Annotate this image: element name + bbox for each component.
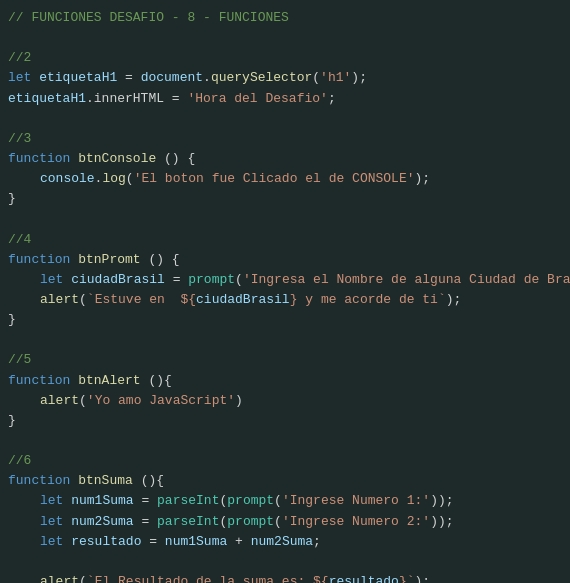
- line-comment5: //5: [0, 350, 570, 370]
- line-fn6-let3: let resultado = num1Suma + num2Suma;: [0, 532, 570, 552]
- line-fn4-alert: alert(`Estuve en ${ciudadBrasil} y me ac…: [0, 290, 570, 310]
- line-etiqueta-set: etiquetaH1.innerHTML = 'Hora del Desafio…: [0, 89, 570, 109]
- blank-line: [0, 28, 570, 48]
- line-fn4-let1: let ciudadBrasil = prompt('Ingresa el No…: [0, 270, 570, 290]
- line-fn6-let1: let num1Suma = parseInt(prompt('Ingrese …: [0, 491, 570, 511]
- line-fn6-decl: function btnSuma (){: [0, 471, 570, 491]
- blank-line: [0, 330, 570, 350]
- line-fn6-let2: let num2Suma = parseInt(prompt('Ingrese …: [0, 512, 570, 532]
- line-comment3: //3: [0, 129, 570, 149]
- code-editor: // FUNCIONES DESAFIO - 8 - FUNCIONES //2…: [0, 0, 570, 583]
- line-fn3-body: console.log('El boton fue Clicado el de …: [0, 169, 570, 189]
- line-comment2: //2: [0, 48, 570, 68]
- line-fn5-body: alert('Yo amo JavaScript'): [0, 391, 570, 411]
- line-fn5-close: }: [0, 411, 570, 431]
- line-fn4-close: }: [0, 310, 570, 330]
- line-comment6: //6: [0, 451, 570, 471]
- line-fn6-alert: alert(`El Resultado de la suma es: ${res…: [0, 572, 570, 583]
- blank-line: [0, 109, 570, 129]
- line-comment4: //4: [0, 230, 570, 250]
- blank-line: [0, 431, 570, 451]
- blank-line: [0, 552, 570, 572]
- line-fn3-decl: function btnConsole () {: [0, 149, 570, 169]
- blank-line: [0, 209, 570, 229]
- line-fn5-decl: function btnAlert (){: [0, 371, 570, 391]
- line-fn3-close: }: [0, 189, 570, 209]
- line-header: // FUNCIONES DESAFIO - 8 - FUNCIONES: [0, 8, 570, 28]
- line-let-etiqueta: let etiquetaH1 = document.querySelector(…: [0, 68, 570, 88]
- line-fn4-decl: function btnPromt () {: [0, 250, 570, 270]
